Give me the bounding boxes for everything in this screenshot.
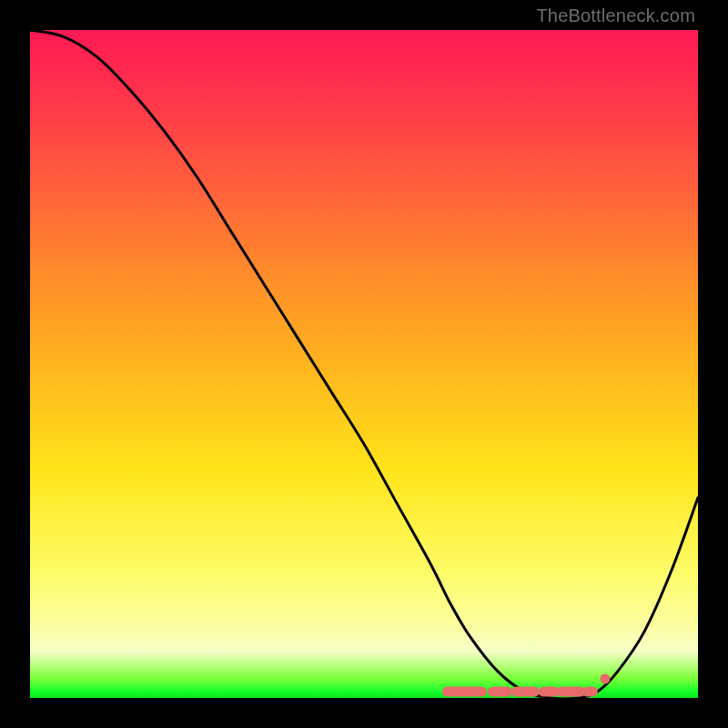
attribution-label: TheBottleneck.com xyxy=(536,5,695,26)
chart-frame: TheBottleneck.com xyxy=(0,0,728,728)
bottleneck-curve xyxy=(30,30,698,699)
plot-area xyxy=(30,30,698,698)
highlight-markers xyxy=(447,674,610,693)
highlight-dot xyxy=(600,674,610,684)
curve-svg xyxy=(30,30,698,698)
